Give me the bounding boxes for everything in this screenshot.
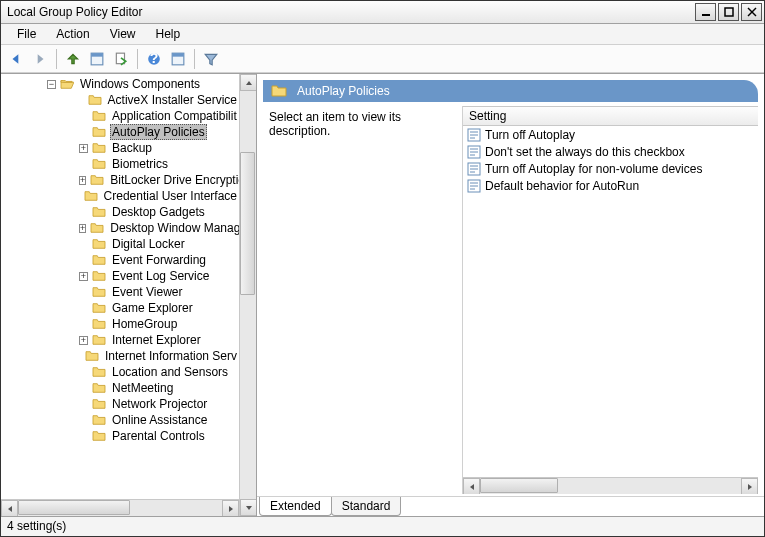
- titlebar[interactable]: Local Group Policy Editor: [1, 1, 764, 24]
- tree-item[interactable]: Online Assistance: [1, 412, 239, 428]
- scroll-thumb[interactable]: [240, 152, 255, 295]
- settings-list: Setting Turn off AutoplayDon't set the a…: [463, 106, 758, 494]
- tree-item[interactable]: Event Forwarding: [1, 252, 239, 268]
- tree-item-label: Internet Information Serv: [103, 349, 239, 363]
- tree-item-label: Windows Components: [78, 77, 202, 91]
- expand-icon[interactable]: +: [79, 144, 88, 153]
- menu-file[interactable]: File: [7, 25, 46, 43]
- tree-item[interactable]: +Backup: [1, 140, 239, 156]
- tree-item[interactable]: Biometrics: [1, 156, 239, 172]
- tree-item[interactable]: NetMeeting: [1, 380, 239, 396]
- maximize-button[interactable]: [718, 3, 739, 21]
- folder-icon: [84, 190, 98, 202]
- tree-view[interactable]: −Windows ComponentsActiveX Installer Ser…: [1, 74, 239, 499]
- tree-item[interactable]: Location and Sensors: [1, 364, 239, 380]
- tree-item-label: HomeGroup: [110, 317, 179, 331]
- tree-item[interactable]: Parental Controls: [1, 428, 239, 444]
- scroll-right-button[interactable]: [222, 500, 239, 516]
- folder-icon: [90, 174, 104, 186]
- tree-item-label: BitLocker Drive Encryption: [108, 173, 239, 187]
- scroll-down-button[interactable]: [240, 499, 256, 516]
- scroll-left-button[interactable]: [1, 500, 18, 516]
- scroll-thumb[interactable]: [18, 500, 130, 515]
- folder-icon: [92, 318, 106, 330]
- setting-label: Turn off Autoplay: [485, 128, 575, 142]
- settings-list-body[interactable]: Turn off AutoplayDon't set the always do…: [463, 126, 758, 477]
- list-hscrollbar[interactable]: [463, 477, 758, 494]
- tree-item-label: AutoPlay Policies: [110, 124, 207, 140]
- filter-button[interactable]: [200, 48, 222, 70]
- scroll-up-button[interactable]: [240, 74, 256, 91]
- description-column: Select an item to view its description.: [263, 106, 463, 494]
- tree-item-label: Digital Locker: [110, 237, 187, 251]
- minimize-button[interactable]: [695, 3, 716, 21]
- scroll-thumb[interactable]: [480, 478, 558, 493]
- properties-button-2[interactable]: [167, 48, 189, 70]
- tree-item-label: Parental Controls: [110, 429, 207, 443]
- tab-standard[interactable]: Standard: [331, 497, 402, 516]
- setting-item[interactable]: Turn off Autoplay for non-volume devices: [463, 160, 758, 177]
- tree-vscrollbar[interactable]: [239, 74, 256, 516]
- folder-icon: [88, 94, 102, 106]
- folder-icon: [90, 222, 104, 234]
- export-button[interactable]: [110, 48, 132, 70]
- policy-icon: [467, 145, 481, 159]
- tree-item-label: Credential User Interface: [102, 189, 239, 203]
- tree-hscrollbar[interactable]: [1, 499, 239, 516]
- back-button[interactable]: [5, 48, 27, 70]
- scroll-left-button[interactable]: [463, 478, 480, 494]
- tree-item[interactable]: Event Viewer: [1, 284, 239, 300]
- close-button[interactable]: [741, 3, 762, 21]
- scroll-track[interactable]: [18, 500, 222, 516]
- tree-item-windows-components[interactable]: −Windows Components: [1, 76, 239, 92]
- tree-item[interactable]: Credential User Interface: [1, 188, 239, 204]
- tree-item[interactable]: Game Explorer: [1, 300, 239, 316]
- tree-item[interactable]: Network Projector: [1, 396, 239, 412]
- properties-button[interactable]: [86, 48, 108, 70]
- forward-button[interactable]: [29, 48, 51, 70]
- tree-item[interactable]: +Internet Explorer: [1, 332, 239, 348]
- expand-icon[interactable]: +: [79, 336, 88, 345]
- up-button[interactable]: [62, 48, 84, 70]
- tree-item[interactable]: +Desktop Window Manag: [1, 220, 239, 236]
- tab-extended[interactable]: Extended: [259, 497, 332, 516]
- back-icon: [9, 52, 23, 66]
- tree-item-label: Desktop Window Manag: [108, 221, 239, 235]
- policy-icon: [467, 128, 481, 142]
- tree-item-label: NetMeeting: [110, 381, 175, 395]
- tree-item-label: Biometrics: [110, 157, 170, 171]
- tree-item[interactable]: Desktop Gadgets: [1, 204, 239, 220]
- collapse-icon[interactable]: −: [47, 80, 56, 89]
- detail-tabs: Extended Standard: [257, 496, 764, 516]
- filter-icon: [204, 52, 218, 66]
- scroll-right-button[interactable]: [741, 478, 758, 494]
- tree-item[interactable]: AutoPlay Policies: [1, 124, 239, 140]
- tree-item[interactable]: Application Compatibilit: [1, 108, 239, 124]
- setting-item[interactable]: Turn off Autoplay: [463, 126, 758, 143]
- menu-view[interactable]: View: [100, 25, 146, 43]
- tree-item[interactable]: Internet Information Serv: [1, 348, 239, 364]
- expand-icon[interactable]: +: [79, 272, 88, 281]
- menu-help[interactable]: Help: [146, 25, 191, 43]
- setting-item[interactable]: Default behavior for AutoRun: [463, 177, 758, 194]
- description-text: Select an item to view its description.: [269, 110, 401, 138]
- column-header-setting[interactable]: Setting: [463, 106, 758, 126]
- expand-icon[interactable]: +: [79, 224, 86, 233]
- menu-action[interactable]: Action: [46, 25, 99, 43]
- svg-rect-10: [725, 8, 733, 16]
- tree-item-label: Event Forwarding: [110, 253, 208, 267]
- tree-item[interactable]: +Event Log Service: [1, 268, 239, 284]
- help-button[interactable]: [143, 48, 165, 70]
- tree-item[interactable]: HomeGroup: [1, 316, 239, 332]
- folder-icon: [92, 238, 106, 250]
- expand-icon[interactable]: +: [79, 176, 86, 185]
- tree-item[interactable]: ActiveX Installer Service: [1, 92, 239, 108]
- scroll-track[interactable]: [480, 478, 741, 494]
- folder-icon: [92, 254, 106, 266]
- setting-item[interactable]: Don't set the always do this checkbox: [463, 143, 758, 160]
- scroll-track[interactable]: [240, 91, 256, 499]
- tree-item[interactable]: Digital Locker: [1, 236, 239, 252]
- folder-icon: [92, 286, 106, 298]
- detail-heading: AutoPlay Policies: [263, 80, 758, 102]
- tree-item[interactable]: +BitLocker Drive Encryption: [1, 172, 239, 188]
